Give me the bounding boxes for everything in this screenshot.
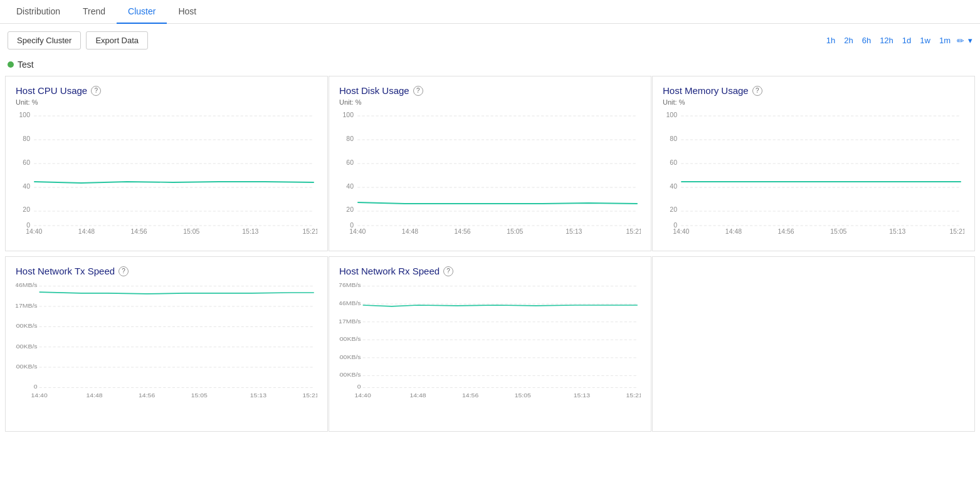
svg-text:14:56: 14:56	[778, 228, 794, 235]
network-tx-chart-svg-wrap: 1.46MB/s 1.17MB/s 900KB/s 600KB/s 300KB/…	[16, 280, 317, 405]
tab-host[interactable]: Host	[167, 0, 208, 24]
charts-bottom-row: Host Network Tx Speed ? 1.46MB/s 1.17MB/…	[5, 256, 975, 432]
cpu-chart-svg-wrap: 100 80 60 40 20 0 14:40 14:48 14:56	[16, 110, 317, 235]
svg-text:20: 20	[346, 206, 354, 213]
disk-chart-svg-wrap: 100 80 60 40 20 0 14:40 14:48 14:56 15:0…	[339, 110, 641, 235]
svg-text:300KB/s: 300KB/s	[339, 372, 361, 378]
toolbar: Specify Cluster Export Data 1h 2h 6h 12h…	[0, 24, 980, 57]
svg-text:14:40: 14:40	[349, 228, 366, 235]
tab-distribution[interactable]: Distribution	[5, 0, 71, 24]
svg-text:600KB/s: 600KB/s	[16, 343, 38, 349]
svg-text:14:40: 14:40	[31, 392, 48, 398]
network-tx-chart-card: Host Network Tx Speed ? 1.46MB/s 1.17MB/…	[5, 256, 328, 432]
svg-text:14:48: 14:48	[78, 228, 95, 235]
svg-text:15:05: 15:05	[183, 228, 199, 235]
svg-text:0: 0	[357, 383, 361, 390]
svg-text:15:21: 15:21	[302, 392, 317, 398]
svg-text:15:05: 15:05	[515, 392, 532, 398]
time-6h-button[interactable]: 6h	[860, 34, 873, 46]
svg-text:14:40: 14:40	[355, 392, 372, 398]
disk-help-icon[interactable]: ?	[413, 86, 423, 96]
charts-top-row: Host CPU Usage ? Unit: % 100 80 60 40 20…	[5, 76, 975, 251]
empty-chart-slot	[652, 256, 975, 432]
time-1h-button[interactable]: 1h	[824, 34, 838, 46]
cluster-status-dot	[8, 61, 14, 68]
svg-text:15:21: 15:21	[626, 392, 641, 398]
cpu-help-icon[interactable]: ?	[91, 86, 101, 96]
svg-text:14:56: 14:56	[455, 228, 471, 235]
svg-text:15:13: 15:13	[242, 228, 258, 235]
svg-text:1.76MB/s: 1.76MB/s	[339, 282, 361, 288]
network-rx-chart-card: Host Network Rx Speed ? 1.76MB/s 1.46MB/…	[329, 256, 651, 432]
memory-chart-svg: 100 80 60 40 20 0 14:40 14:48 14:56 15:0…	[663, 110, 964, 235]
svg-text:14:48: 14:48	[86, 392, 103, 398]
time-dropdown-icon[interactable]: ▾	[968, 36, 972, 45]
svg-text:100: 100	[19, 112, 31, 118]
svg-text:20: 20	[670, 206, 677, 213]
svg-text:1.46MB/s: 1.46MB/s	[16, 282, 38, 288]
network-rx-chart-title: Host Network Rx Speed ?	[339, 266, 641, 276]
svg-text:900KB/s: 900KB/s	[339, 336, 361, 342]
disk-unit-label: Unit: %	[339, 98, 641, 106]
svg-text:40: 40	[346, 183, 354, 190]
svg-text:14:56: 14:56	[462, 392, 479, 398]
cpu-chart-title: Host CPU Usage ?	[16, 85, 317, 96]
svg-text:1.17MB/s: 1.17MB/s	[339, 318, 361, 324]
svg-text:15:13: 15:13	[889, 228, 905, 235]
svg-text:300KB/s: 300KB/s	[16, 363, 38, 369]
svg-text:1.46MB/s: 1.46MB/s	[339, 300, 361, 306]
svg-text:15:05: 15:05	[507, 228, 523, 235]
disk-chart-title: Host Disk Usage ?	[339, 85, 641, 96]
time-2h-button[interactable]: 2h	[841, 34, 855, 46]
network-rx-chart-svg-wrap: 1.76MB/s 1.46MB/s 1.17MB/s 900KB/s 600KB…	[339, 280, 641, 405]
svg-text:15:21: 15:21	[302, 228, 317, 235]
svg-text:14:56: 14:56	[139, 392, 155, 398]
time-12h-button[interactable]: 12h	[877, 34, 896, 46]
svg-text:15:21: 15:21	[626, 228, 641, 235]
svg-text:15:13: 15:13	[566, 228, 582, 235]
svg-text:600KB/s: 600KB/s	[339, 353, 361, 360]
svg-text:14:56: 14:56	[131, 228, 147, 235]
specify-cluster-button[interactable]: Specify Cluster	[8, 31, 81, 50]
network-tx-chart-title: Host Network Tx Speed ?	[16, 266, 317, 276]
svg-text:100: 100	[343, 112, 354, 118]
time-controls: 1h 2h 6h 12h 1d 1w 1m ✏ ▾	[824, 34, 972, 46]
memory-chart-svg-wrap: 100 80 60 40 20 0 14:40 14:48 14:56 15:0…	[663, 110, 964, 235]
top-nav-tabs: Distribution Trend Cluster Host	[0, 0, 980, 24]
svg-text:60: 60	[670, 159, 677, 166]
network-tx-chart-svg: 1.46MB/s 1.17MB/s 900KB/s 600KB/s 300KB/…	[16, 280, 317, 405]
svg-text:15:05: 15:05	[191, 392, 208, 398]
memory-chart-title: Host Memory Usage ?	[663, 85, 964, 96]
svg-text:14:40: 14:40	[673, 228, 689, 235]
export-data-button[interactable]: Export Data	[86, 31, 148, 50]
time-edit-icon[interactable]: ✏	[957, 36, 964, 46]
svg-text:80: 80	[23, 135, 30, 142]
time-1w-button[interactable]: 1w	[917, 34, 933, 46]
disk-chart-card: Host Disk Usage ? Unit: % 100 80 60 40 2…	[329, 76, 651, 251]
cpu-chart-svg: 100 80 60 40 20 0 14:40 14:48 14:56	[16, 110, 317, 235]
svg-text:20: 20	[23, 206, 30, 213]
svg-text:60: 60	[346, 159, 354, 166]
svg-text:14:48: 14:48	[402, 228, 418, 235]
cluster-name: Test	[18, 60, 34, 70]
svg-text:14:48: 14:48	[725, 228, 742, 235]
time-1d-button[interactable]: 1d	[900, 34, 914, 46]
tab-cluster[interactable]: Cluster	[117, 0, 167, 24]
memory-chart-card: Host Memory Usage ? Unit: % 100 80 60 40…	[652, 76, 975, 251]
svg-text:15:13: 15:13	[574, 392, 591, 398]
tab-trend[interactable]: Trend	[71, 0, 117, 24]
cluster-label-row: Test	[0, 57, 980, 76]
svg-text:80: 80	[670, 135, 677, 142]
memory-help-icon[interactable]: ?	[752, 86, 762, 96]
svg-text:14:48: 14:48	[409, 392, 426, 398]
cpu-chart-card: Host CPU Usage ? Unit: % 100 80 60 40 20…	[5, 76, 328, 251]
memory-unit-label: Unit: %	[663, 98, 964, 106]
time-1m-button[interactable]: 1m	[937, 34, 953, 46]
svg-text:14:40: 14:40	[26, 228, 42, 235]
svg-text:0: 0	[34, 383, 38, 390]
network-tx-help-icon[interactable]: ?	[119, 266, 129, 276]
network-rx-help-icon[interactable]: ?	[443, 266, 453, 276]
svg-text:1.17MB/s: 1.17MB/s	[16, 302, 38, 308]
svg-text:15:05: 15:05	[830, 228, 846, 235]
svg-text:100: 100	[667, 112, 678, 118]
